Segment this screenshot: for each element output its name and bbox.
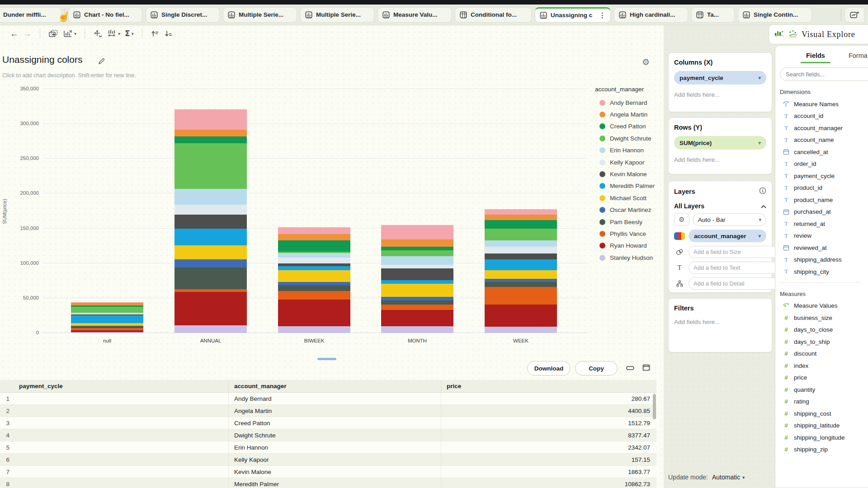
bar-segment[interactable] xyxy=(175,245,247,259)
stacked-bar-BIWEEK[interactable] xyxy=(278,227,350,333)
bar-segment[interactable] xyxy=(278,266,350,270)
bar-segment[interactable] xyxy=(485,282,557,287)
field-item[interactable]: Taccount_id xyxy=(780,110,868,122)
bar-segment[interactable] xyxy=(175,292,247,325)
chart-tab[interactable]: Measure Valu... xyxy=(377,7,452,23)
bar-segment[interactable] xyxy=(485,247,557,253)
field-item[interactable]: Tshipping_city xyxy=(780,266,868,278)
legend-item[interactable]: Meredith Palmer xyxy=(595,180,664,192)
field-item[interactable]: Tproduct_id xyxy=(780,182,868,194)
legend-item[interactable]: Angela Martin xyxy=(595,108,664,120)
download-button[interactable]: Download xyxy=(527,361,571,375)
search-fields-input[interactable] xyxy=(780,67,868,81)
table-row[interactable]: 5 Erin Hannon 2342.07 xyxy=(0,441,656,454)
bar-segment[interactable] xyxy=(278,270,350,282)
size-field-input[interactable] xyxy=(689,246,778,258)
bar-size-button[interactable]: ▾ xyxy=(107,29,120,38)
legend-item[interactable]: Michael Scott xyxy=(595,192,664,204)
chart-tab[interactable]: High cardinali... xyxy=(614,7,688,23)
edit-title-pencil-icon[interactable] xyxy=(98,57,105,67)
bar-segment[interactable] xyxy=(278,291,350,300)
bar-segment[interactable] xyxy=(485,253,557,259)
stacked-bar-ANNUAL[interactable] xyxy=(175,109,247,333)
text-field-input[interactable] xyxy=(689,262,778,274)
bar-segment[interactable] xyxy=(278,300,350,326)
chart-description-placeholder[interactable]: Click to add chart description. Shift-en… xyxy=(2,72,136,79)
bar-segment[interactable] xyxy=(278,285,350,291)
detail-field-input[interactable] xyxy=(689,277,778,290)
field-item[interactable]: #shipping_zip xyxy=(780,444,868,456)
field-item[interactable]: purchased_at xyxy=(780,206,868,218)
bar-segment[interactable] xyxy=(485,287,557,305)
field-item[interactable]: #shipping_longitude xyxy=(780,432,868,444)
chevron-down-icon[interactable]: ▾ xyxy=(758,233,761,239)
legend-item[interactable]: Pam Beesly xyxy=(595,216,664,228)
bar-segment[interactable] xyxy=(485,305,557,327)
stacked-bar-null[interactable] xyxy=(71,302,143,333)
chevron-down-icon[interactable]: ▾ xyxy=(74,31,76,36)
legend-item[interactable]: Dwight Schrute xyxy=(595,132,664,144)
swap-axes-button[interactable] xyxy=(93,29,102,38)
bar-segment[interactable] xyxy=(71,303,143,306)
stacked-bar-MONTH[interactable] xyxy=(381,225,453,333)
chevron-down-icon[interactable]: ▾ xyxy=(758,140,761,146)
bar-segment[interactable] xyxy=(278,227,350,234)
field-item[interactable]: #days_to_close xyxy=(780,324,868,336)
table-row[interactable]: 4 Dwight Schrute 8377.47 xyxy=(0,429,656,441)
bar-segment[interactable] xyxy=(71,332,143,333)
column-header[interactable]: account_manager xyxy=(228,380,441,392)
field-item[interactable]: #business_size xyxy=(780,312,868,324)
fields-panel-tab-fields[interactable]: Fields xyxy=(806,52,825,59)
column-header[interactable]: price xyxy=(441,380,656,392)
legend-item[interactable]: Oscar Martinez xyxy=(595,204,664,216)
bar-segment[interactable] xyxy=(175,143,247,188)
field-item[interactable]: #discount xyxy=(780,348,868,360)
chart-tab[interactable]: Multiple Serie... xyxy=(223,7,297,23)
field-item[interactable]: Taccount_name xyxy=(780,134,868,146)
field-item[interactable]: #price xyxy=(780,372,868,384)
forward-button[interactable]: → xyxy=(23,29,32,38)
field-item[interactable]: #days_to_ship xyxy=(780,336,868,348)
bar-segment[interactable] xyxy=(175,130,247,136)
bar-segment[interactable] xyxy=(278,234,350,240)
field-item[interactable]: Treview xyxy=(780,230,868,242)
legend-item[interactable]: Erin Hannon xyxy=(595,145,664,156)
bar-segment[interactable] xyxy=(381,265,453,268)
legend-item[interactable]: Phyllis Vance xyxy=(595,228,664,239)
field-item[interactable]: #rating xyxy=(780,396,868,408)
bar-segment[interactable] xyxy=(278,240,350,252)
field-item[interactable]: Tpayment_cycle xyxy=(780,170,868,182)
chevron-down-icon[interactable]: ▾ xyxy=(132,31,134,36)
chart-tab[interactable]: Conditional fo... xyxy=(455,7,532,23)
back-button[interactable]: ← xyxy=(10,29,19,38)
bar-segment[interactable] xyxy=(485,259,557,271)
bar-segment[interactable] xyxy=(71,307,143,313)
bar-segment[interactable] xyxy=(278,253,350,258)
bar-segment[interactable] xyxy=(175,229,247,245)
field-item[interactable]: cancelled_at xyxy=(780,146,868,158)
legend-item[interactable]: Kelly Kapoor xyxy=(595,156,664,168)
field-item[interactable]: #quantity xyxy=(780,384,868,396)
bar-segment[interactable] xyxy=(175,136,247,143)
bar-segment[interactable] xyxy=(71,315,143,323)
mark-type-select[interactable]: Auto - Bar ▾ xyxy=(693,213,766,226)
bar-segment[interactable] xyxy=(381,239,453,246)
info-icon[interactable] xyxy=(759,187,766,196)
chart-horizontal-scrollbar[interactable] xyxy=(317,358,336,360)
aggregate-button[interactable]: Σ▾ xyxy=(125,29,134,38)
color-field-pill[interactable]: account_manager ▾ xyxy=(689,230,766,242)
delete-chart-button[interactable]: ▾ xyxy=(63,29,76,38)
columns-field-pill[interactable]: payment_cycle ▾ xyxy=(674,71,766,84)
bar-segment[interactable] xyxy=(175,267,247,289)
copy-button[interactable]: Copy xyxy=(575,361,618,375)
new-chart-tab-button[interactable] xyxy=(844,7,864,23)
bar-segment[interactable] xyxy=(381,305,453,310)
bar-segment[interactable] xyxy=(381,256,453,265)
filters-drop-hint[interactable]: Add fields here... xyxy=(674,319,766,325)
bar-segment[interactable] xyxy=(381,297,453,300)
bar-segment[interactable] xyxy=(485,240,557,247)
chart-settings-gear-icon[interactable]: ⚙ xyxy=(642,57,650,67)
bar-segment[interactable] xyxy=(485,220,557,229)
bar-segment[interactable] xyxy=(175,109,247,130)
field-item[interactable]: Torder_id xyxy=(780,158,868,170)
